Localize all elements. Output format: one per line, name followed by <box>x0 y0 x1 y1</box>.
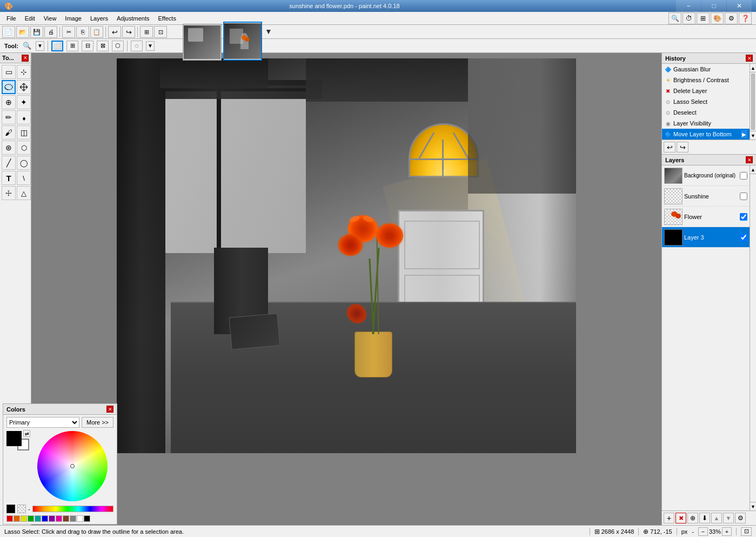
brush-tool[interactable]: 🖌 <box>2 125 16 140</box>
layer-item-sunshine[interactable]: Sunshine <box>662 186 750 207</box>
magnifier-icon[interactable]: 🔍 <box>668 12 681 24</box>
maximize-button[interactable]: □ <box>701 0 726 12</box>
history-item-lasso[interactable]: ⊙ Lasso Select <box>662 96 750 107</box>
menu-view[interactable]: View <box>39 14 61 23</box>
palette-blue[interactable] <box>42 515 48 522</box>
minimize-button[interactable]: − <box>676 0 701 12</box>
layers-close-btn[interactable]: ✕ <box>746 156 753 163</box>
timer-icon[interactable]: ⏱ <box>683 12 695 24</box>
layer-add-btn[interactable]: + <box>664 513 674 523</box>
black-swatch[interactable] <box>6 505 15 513</box>
tab-dropdown-btn[interactable]: ▼ <box>264 25 273 37</box>
line-tool[interactable]: ╱ <box>2 156 16 170</box>
colors-close-btn[interactable]: ✕ <box>106 406 113 413</box>
sel-replace-btn[interactable]: ⬜ <box>51 41 63 51</box>
layer-item-layer3[interactable]: Layer 3 <box>662 227 750 248</box>
print-btn[interactable]: 🖨 <box>44 26 57 38</box>
color-gradient-strip[interactable] <box>32 506 113 512</box>
palette-yellow[interactable] <box>21 515 27 522</box>
eraser-tool[interactable]: ◫ <box>17 125 31 140</box>
history-scroll-down[interactable]: ▼ <box>750 131 756 140</box>
sel-subtract-btn[interactable]: ⊟ <box>82 41 93 51</box>
color-wheel[interactable] <box>37 431 108 501</box>
tool-dropdown[interactable]: ▼ <box>36 41 44 51</box>
history-close-btn[interactable]: ✕ <box>746 55 753 62</box>
move-selection-tool[interactable] <box>17 80 31 94</box>
feather-dropdown[interactable]: ▼ <box>146 41 155 51</box>
layer-properties-btn[interactable]: ⚙ <box>735 513 746 523</box>
select-all-btn[interactable]: ⊞ <box>140 26 153 38</box>
history-undo-btn[interactable]: ↩ <box>664 142 675 153</box>
redo-btn[interactable]: ↪ <box>122 26 135 38</box>
layer-visible-flower[interactable] <box>740 213 747 221</box>
crop-btn[interactable]: ⊡ <box>154 26 167 38</box>
palette-cyan[interactable] <box>35 515 41 522</box>
rectangle-select-tool[interactable]: ▭ <box>2 65 16 79</box>
history-scroll-up[interactable]: ▲ <box>750 64 756 72</box>
layer-duplicate-btn[interactable]: ⊕ <box>687 513 698 523</box>
history-redo-btn[interactable]: ↪ <box>677 142 688 153</box>
layers-scroll-up[interactable]: ▲ <box>750 165 756 174</box>
layers-scroll-down[interactable]: ▼ <box>750 502 756 511</box>
save-btn[interactable]: 💾 <box>30 26 43 38</box>
history-item-movelayer[interactable]: 🔷 Move Layer to Bottom ▶ <box>662 129 750 140</box>
sel-add-btn[interactable]: ⊞ <box>66 41 78 51</box>
primary-color-box[interactable] <box>6 431 22 446</box>
shapes-tool[interactable]: ◯ <box>17 156 31 170</box>
layer-visible-background[interactable] <box>740 172 747 180</box>
palette-brown[interactable] <box>63 515 69 522</box>
paste-btn[interactable]: 📋 <box>90 26 103 38</box>
sel-intersect-btn[interactable]: ⊠ <box>97 41 109 51</box>
zoom-out-btn[interactable]: − <box>698 527 708 536</box>
layer-merge-btn[interactable]: ⬇ <box>699 513 710 523</box>
shapes2-tool[interactable]: △ <box>17 186 31 200</box>
clone-stamp-tool[interactable]: ⊛ <box>2 141 16 155</box>
menu-image[interactable]: Image <box>61 14 86 23</box>
paintbucket-tool[interactable]: ⬧ <box>17 110 31 124</box>
menu-layers[interactable]: Layers <box>86 14 112 23</box>
palette-orange[interactable] <box>14 515 20 522</box>
palette-purple[interactable] <box>49 515 55 522</box>
zoom-fit-btn[interactable]: ⊡ <box>741 527 752 536</box>
tools-panel-close[interactable]: ✕ <box>22 55 29 62</box>
color-wheel-cursor[interactable] <box>70 464 75 468</box>
palette-pink[interactable] <box>56 515 62 522</box>
layer-up-btn[interactable]: ▲ <box>711 513 722 523</box>
zoom-in-btn[interactable]: + <box>722 527 732 536</box>
open-btn[interactable]: 📂 <box>16 26 29 38</box>
menu-edit[interactable]: Edit <box>21 14 39 23</box>
history-item-visibility[interactable]: ◉ Layer Visibility <box>662 118 750 129</box>
grid-icon[interactable]: ⊞ <box>697 12 710 24</box>
layer-visible-sunshine[interactable] <box>740 193 747 200</box>
swap-colors-btn[interactable]: ⇄ <box>23 430 30 437</box>
magic-wand-tool[interactable]: ✦ <box>17 95 31 109</box>
cut-btn[interactable]: ✂ <box>62 26 75 38</box>
recolor-tool[interactable]: ⬡ <box>17 141 31 155</box>
palette-green[interactable] <box>28 515 34 522</box>
doc-tab-1[interactable] <box>183 24 222 61</box>
color-mode-select[interactable]: Primary Secondary <box>6 417 79 428</box>
layer-item-flower[interactable]: Flower <box>662 207 750 227</box>
menu-effects[interactable]: Effects <box>154 14 180 23</box>
layer-item-background[interactable]: Background (original) <box>662 165 750 186</box>
history-item-gaussian[interactable]: 🔷 Gaussian Blur <box>662 64 750 75</box>
canvas[interactable] <box>117 58 576 453</box>
history-item-delete[interactable]: ✖ Delete Layer <box>662 85 750 96</box>
menu-adjustments[interactable]: Adjustments <box>112 14 154 23</box>
layers-scrollbar[interactable]: ▲ ▼ <box>750 165 756 511</box>
settings-icon[interactable]: ⚙ <box>725 12 738 24</box>
history-scroll-thumb[interactable] <box>751 74 755 130</box>
lasso-select-tool[interactable] <box>2 80 16 94</box>
history-scrollbar[interactable]: ▲ ▼ <box>750 64 756 140</box>
more-colors-btn[interactable]: More >> <box>82 417 113 428</box>
history-item-deselect[interactable]: ⊙ Deselect <box>662 107 750 118</box>
sel-invert-btn[interactable]: ⬡ <box>112 41 124 51</box>
palette-black[interactable] <box>84 515 90 522</box>
zoom-tool[interactable]: ⊕ <box>2 95 16 109</box>
palette-gray[interactable] <box>70 515 76 522</box>
pan-tool[interactable]: ☩ <box>2 186 16 200</box>
move-pixels-tool[interactable]: ⊹ <box>17 65 31 79</box>
layer-down-btn[interactable]: ▼ <box>723 513 734 523</box>
gradient-tool[interactable]: \ <box>17 171 31 185</box>
text-tool[interactable]: T <box>2 171 16 185</box>
